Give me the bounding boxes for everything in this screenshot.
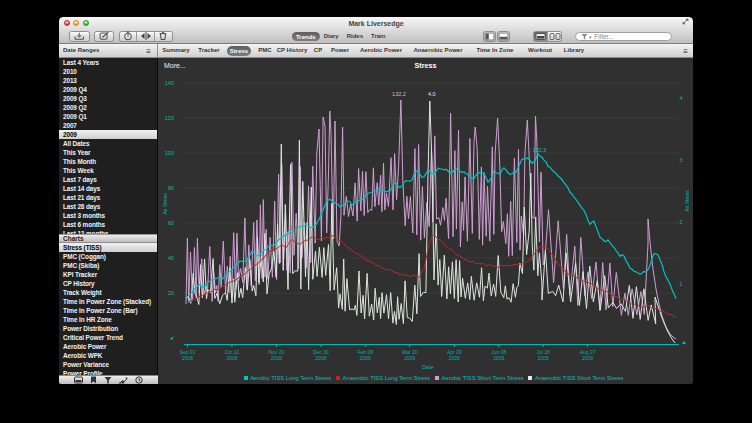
svg-text:Apr 29: Apr 29 bbox=[447, 348, 462, 354]
svg-text:2008: 2008 bbox=[315, 355, 326, 361]
svg-text:Feb 08: Feb 08 bbox=[358, 348, 374, 354]
svg-text:2009: 2009 bbox=[582, 355, 593, 361]
svg-text:Jun 08: Jun 08 bbox=[491, 348, 506, 354]
svg-text:2008: 2008 bbox=[226, 355, 237, 361]
svg-text:Mar 20: Mar 20 bbox=[402, 348, 418, 354]
svg-text:20: 20 bbox=[168, 290, 174, 296]
svg-text:1: 1 bbox=[679, 281, 682, 287]
svg-text:100: 100 bbox=[165, 150, 174, 156]
svg-text:102.3: 102.3 bbox=[533, 146, 547, 152]
svg-text:140: 140 bbox=[165, 80, 174, 86]
svg-text:Sep 01: Sep 01 bbox=[180, 348, 196, 354]
svg-text:Dec 30: Dec 30 bbox=[313, 348, 329, 354]
svg-text:4: 4 bbox=[679, 95, 682, 101]
svg-text:Aug 27: Aug 27 bbox=[580, 348, 596, 354]
svg-text:2009: 2009 bbox=[404, 355, 415, 361]
svg-text:Date: Date bbox=[422, 363, 434, 369]
svg-text:2: 2 bbox=[679, 219, 682, 225]
svg-text:2009: 2009 bbox=[449, 355, 460, 361]
svg-text:4.0: 4.0 bbox=[428, 90, 436, 96]
svg-text:2008: 2008 bbox=[182, 355, 193, 361]
svg-text:Jul 18: Jul 18 bbox=[537, 348, 551, 354]
svg-text:2009: 2009 bbox=[538, 355, 549, 361]
svg-text:120: 120 bbox=[165, 115, 174, 121]
svg-text:Ae Stress: Ae Stress bbox=[162, 192, 168, 214]
svg-text:1.6: 1.6 bbox=[291, 225, 298, 231]
svg-text:3: 3 bbox=[679, 157, 682, 163]
svg-text:An Stress: An Stress bbox=[684, 189, 690, 211]
svg-text:2009: 2009 bbox=[493, 355, 504, 361]
svg-text:Nov 20: Nov 20 bbox=[268, 348, 284, 354]
svg-text:40: 40 bbox=[168, 255, 174, 261]
svg-text:132.2: 132.2 bbox=[392, 90, 406, 96]
svg-text:Oct 11: Oct 11 bbox=[225, 348, 240, 354]
svg-text:60: 60 bbox=[168, 220, 174, 226]
svg-text:2009: 2009 bbox=[360, 355, 371, 361]
svg-text:2008: 2008 bbox=[271, 355, 282, 361]
svg-text:80: 80 bbox=[168, 185, 174, 191]
